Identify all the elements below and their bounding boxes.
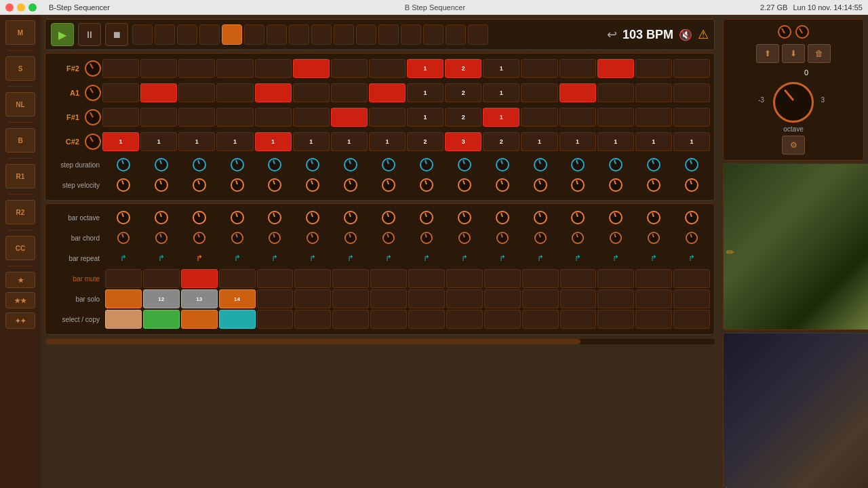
vel-knob-4[interactable] [219, 178, 256, 192]
settings-button[interactable]: ⚙ [782, 136, 805, 155]
bar-repeat-arrow-1[interactable]: ↱ [105, 253, 142, 263]
step-cs2-8[interactable]: 1 [369, 132, 406, 151]
step-cs2-10[interactable]: 3 [445, 132, 481, 151]
step-fs1-2[interactable] [140, 108, 177, 127]
step-a1-2[interactable] [140, 83, 177, 102]
bar-oct-knob-9[interactable] [408, 210, 445, 225]
step-a1-10[interactable]: 2 [445, 83, 481, 102]
bar-chord-knob-6[interactable] [294, 230, 331, 245]
bar-repeat-arrow-9[interactable]: ↱ [408, 253, 445, 263]
dur-knob-2[interactable] [143, 157, 180, 172]
step-fs2-3[interactable] [178, 59, 215, 78]
vel-knob-3[interactable] [181, 178, 218, 192]
nav-m[interactable]: M [5, 20, 35, 45]
mute-pad-8[interactable] [370, 269, 407, 288]
step-fs1-8[interactable] [369, 108, 406, 127]
pause-button[interactable]: ⏸ [78, 23, 101, 46]
transport-pad-11[interactable] [356, 24, 376, 45]
bar-chord-knob-5[interactable] [257, 230, 294, 245]
bpm-knob[interactable]: ↩ [607, 27, 617, 42]
step-cs2-1[interactable]: 1 [102, 132, 139, 151]
step-cs2-13[interactable]: 1 [559, 132, 596, 151]
nav-b[interactable]: B [5, 128, 35, 152]
mute-pad-7[interactable] [332, 269, 369, 288]
dur-knob-10[interactable] [446, 157, 483, 172]
select-pad-6[interactable] [294, 310, 331, 329]
solo-pad-11[interactable] [484, 289, 521, 308]
select-pad-4[interactable] [219, 310, 256, 329]
bar-oct-knob-2[interactable] [143, 210, 180, 225]
mute-pad-16[interactable] [673, 269, 710, 288]
solo-pad-9[interactable] [408, 289, 445, 308]
mute-pad-14[interactable] [597, 269, 634, 288]
transport-pad-3[interactable] [177, 24, 197, 45]
step-a1-16[interactable] [673, 83, 710, 102]
step-fs2-12[interactable] [521, 59, 557, 78]
dur-knob-1[interactable] [105, 157, 142, 172]
dur-knob-8[interactable] [370, 157, 407, 172]
vel-knob-7[interactable] [332, 178, 369, 192]
mute-pad-11[interactable] [484, 269, 521, 288]
play-button[interactable]: ▶ [51, 23, 74, 46]
step-cs2-4[interactable]: 1 [216, 132, 253, 151]
step-fs2-1[interactable] [102, 59, 139, 78]
vel-knob-11[interactable] [484, 178, 521, 192]
vel-knob-16[interactable] [673, 178, 710, 192]
step-fs1-6[interactable] [293, 108, 330, 127]
vel-knob-5[interactable] [257, 178, 294, 192]
bar-repeat-arrow-12[interactable]: ↱ [522, 253, 559, 263]
bar-repeat-arrow-4[interactable]: ↱ [219, 253, 256, 263]
step-cs2-15[interactable]: 1 [635, 132, 672, 151]
dur-knob-16[interactable] [673, 157, 710, 172]
bar-oct-knob-12[interactable] [522, 210, 559, 225]
warning-button[interactable]: ⚠ [698, 27, 709, 42]
bar-repeat-arrow-2[interactable]: ↱ [143, 253, 180, 263]
mute-pad-5[interactable] [257, 269, 294, 288]
delete-button[interactable]: 🗑 [808, 44, 831, 63]
solo-pad-5[interactable] [257, 289, 294, 308]
transport-pad-9[interactable] [311, 24, 332, 45]
select-pad-13[interactable] [560, 310, 597, 329]
step-fs1-10[interactable]: 2 [445, 108, 481, 127]
dur-knob-9[interactable] [408, 157, 445, 172]
bar-oct-knob-1[interactable] [105, 210, 142, 225]
note-knob-cs2[interactable] [85, 134, 101, 150]
transport-pad-8[interactable] [289, 24, 309, 45]
bar-chord-knob-16[interactable] [673, 230, 710, 245]
transport-pad-15[interactable] [446, 24, 466, 45]
step-a1-7[interactable] [331, 83, 368, 102]
select-pad-15[interactable] [635, 310, 672, 329]
fullscreen-button[interactable] [28, 3, 37, 12]
note-knob-a1[interactable] [85, 85, 101, 101]
bar-chord-knob-2[interactable] [143, 230, 180, 245]
bar-repeat-arrow-6[interactable]: ↱ [294, 253, 331, 263]
step-fs2-10[interactable]: 2 [445, 59, 481, 78]
solo-pad-15[interactable] [635, 289, 672, 308]
bar-chord-knob-10[interactable] [446, 230, 483, 245]
vel-knob-6[interactable] [294, 178, 331, 192]
volume-button[interactable]: 🔇 [679, 28, 692, 41]
solo-pad-4[interactable]: 14 [219, 289, 256, 308]
bar-repeat-arrow-10[interactable]: ↱ [446, 253, 483, 263]
step-fs1-7[interactable] [331, 108, 368, 127]
select-pad-1[interactable] [105, 310, 142, 329]
bar-chord-knob-13[interactable] [560, 230, 597, 245]
step-fs2-7[interactable] [331, 59, 368, 78]
dur-knob-13[interactable] [560, 157, 597, 172]
transport-pad-16[interactable] [468, 24, 488, 45]
nav-r1[interactable]: R1 [5, 164, 35, 188]
vel-knob-8[interactable] [370, 178, 407, 192]
select-pad-11[interactable] [484, 310, 521, 329]
mute-pad-1[interactable] [105, 269, 142, 288]
step-a1-8[interactable] [369, 83, 406, 102]
pencil-icon[interactable]: ✏ [726, 247, 734, 258]
solo-pad-16[interactable] [673, 289, 710, 308]
bar-oct-knob-13[interactable] [560, 210, 597, 225]
transport-pad-1[interactable] [132, 24, 153, 45]
mute-pad-9[interactable] [408, 269, 445, 288]
step-a1-3[interactable] [178, 83, 215, 102]
nav-star3[interactable]: ✦✦ [5, 312, 35, 329]
step-fs1-4[interactable] [216, 108, 253, 127]
solo-pad-3[interactable]: 13 [181, 289, 218, 308]
bar-oct-knob-8[interactable] [370, 210, 407, 225]
